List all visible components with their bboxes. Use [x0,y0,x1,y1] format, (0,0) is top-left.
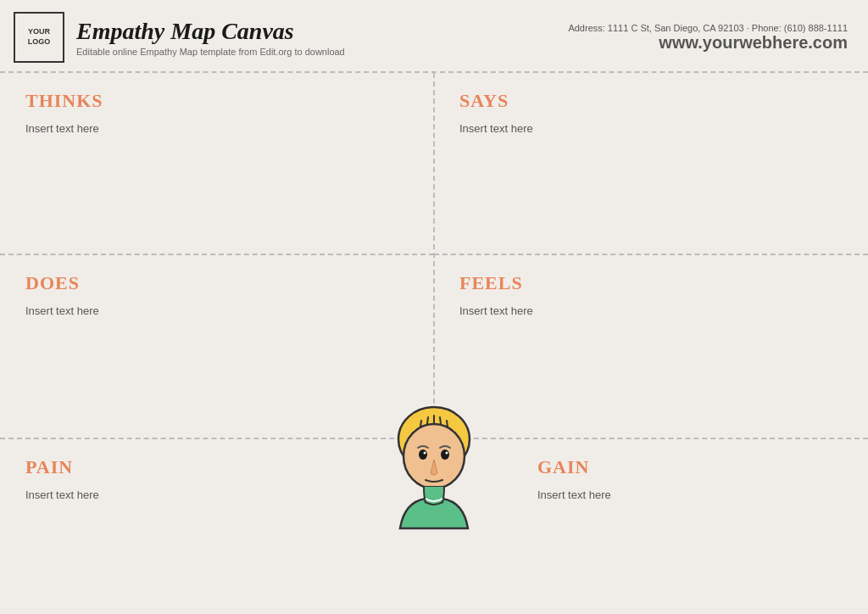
svg-point-9 [424,452,426,455]
header-title-group: Empathy Map Canvas Editable online Empat… [76,18,345,57]
header-address: Address: 1111 C St, San Diego, CA 92103 … [568,23,848,33]
feels-text[interactable]: Insert text here [459,304,843,317]
pain-panel: PAIN Insert text here [0,439,356,561]
does-label: DOES [25,272,409,294]
character-figure [375,388,493,578]
thinks-quadrant: THINKS Insert text here [0,73,434,255]
says-label: SAYS [459,90,843,112]
header-website: www.yourwebhere.com [568,33,848,53]
feels-label: FEELS [459,272,843,294]
canvas-area: THINKS Insert text here SAYS Insert text… [0,73,868,561]
header-right: Address: 1111 C St, San Diego, CA 92103 … [568,23,848,53]
does-text[interactable]: Insert text here [25,304,409,317]
svg-point-6 [403,424,465,488]
character-panel [356,439,512,561]
character-svg [375,388,493,575]
thinks-text[interactable]: Insert text here [25,122,409,135]
svg-point-10 [446,452,448,455]
says-text[interactable]: Insert text here [459,122,843,135]
svg-point-8 [441,449,449,460]
does-quadrant: DOES Insert text here [0,255,434,438]
feels-quadrant: FEELS Insert text here [434,255,868,438]
page-title: Empathy Map Canvas [76,18,345,45]
pain-text[interactable]: Insert text here [25,488,331,501]
bottom-panels: PAIN Insert text here [0,439,868,561]
svg-point-7 [419,449,427,460]
page-subtitle: Editable online Empathy Map template fro… [76,47,345,57]
gain-text[interactable]: Insert text here [537,488,843,501]
quadrants-grid: THINKS Insert text here SAYS Insert text… [0,73,868,438]
header-left: YOUR LOGO Empathy Map Canvas Editable on… [14,12,345,63]
thinks-label: THINKS [25,90,409,112]
gain-panel: GAIN Insert text here [512,439,868,561]
logo-line2: LOGO [28,37,51,47]
pain-label: PAIN [25,456,331,478]
gain-label: GAIN [537,456,843,478]
logo-box: YOUR LOGO [14,12,64,63]
header: YOUR LOGO Empathy Map Canvas Editable on… [0,0,868,71]
says-quadrant: SAYS Insert text here [434,73,868,255]
logo-line1: YOUR [28,27,50,37]
